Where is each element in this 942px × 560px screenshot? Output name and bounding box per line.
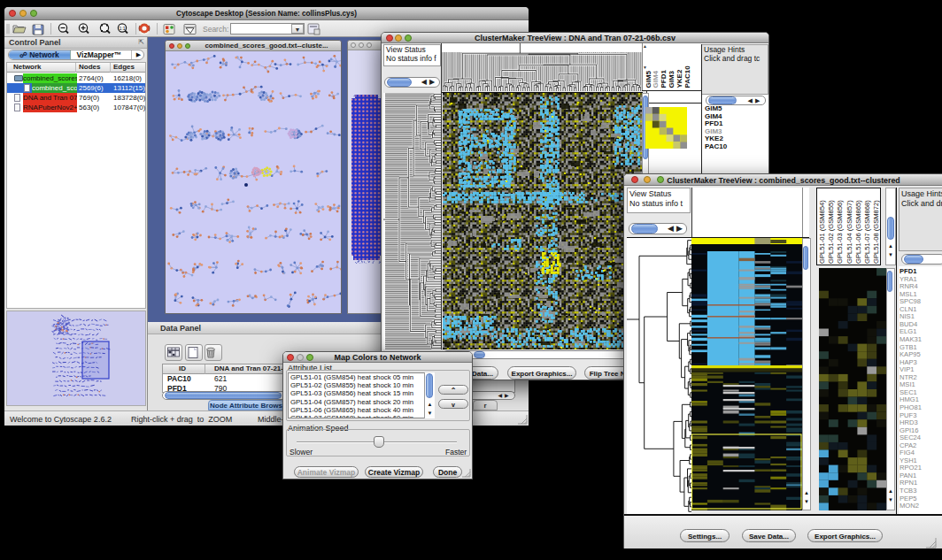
svg-text:GPL51-02 (GSM855): GPL51-02 (GSM855) — [827, 200, 835, 264]
svg-text:GPL51-01 (GSM854): GPL51-01 (GSM854) — [818, 200, 826, 264]
svg-text:GIM5: GIM5 — [645, 70, 652, 88]
svg-text:Search:: Search: — [203, 25, 228, 34]
svg-text:PFD1: PFD1 — [660, 70, 668, 88]
svg-text:YKE2: YKE2 — [676, 69, 683, 88]
svg-text:1:1: 1:1 — [120, 26, 126, 31]
svg-text:PAC10: PAC10 — [683, 65, 691, 88]
svg-text:GPL51-08 (GSM872): GPL51-08 (GSM872) — [872, 200, 880, 264]
svg-text:GPL51-06 (GSM865): GPL51-06 (GSM865) — [854, 200, 862, 264]
svg-text:GPL51-03 (GSM856): GPL51-03 (GSM856) — [836, 200, 844, 264]
svg-text:GPL51-07 (GSM868): GPL51-07 (GSM868) — [863, 200, 871, 264]
svg-text:GIM3: GIM3 — [668, 70, 676, 88]
svg-text:GPL51-04 (GSM857): GPL51-04 (GSM857) — [845, 200, 853, 264]
svg-text:GIM4: GIM4 — [652, 70, 660, 88]
